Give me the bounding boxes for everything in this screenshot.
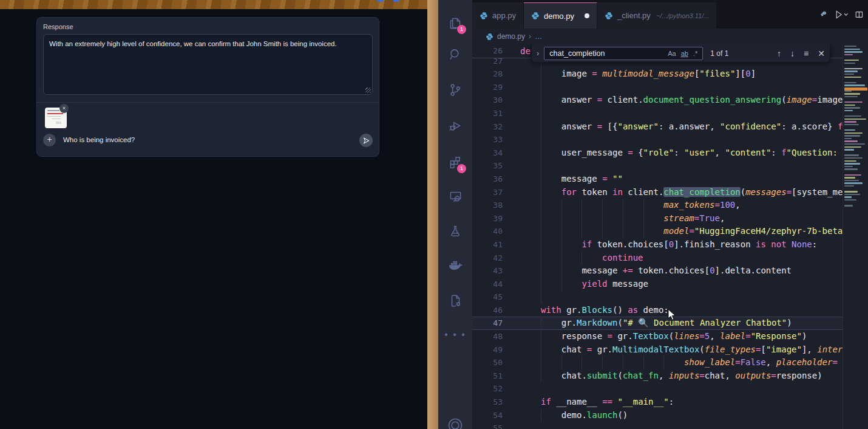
- minimap-line: [844, 63, 855, 64]
- run-python-file-button[interactable]: [835, 9, 849, 20]
- minimap-line: [844, 205, 853, 206]
- tab-description: ~/.../python3.11/...: [656, 12, 710, 19]
- send-button[interactable]: [359, 134, 373, 147]
- code-line[interactable]: 55: [472, 422, 843, 429]
- docker-icon[interactable]: [438, 251, 472, 280]
- code-line[interactable]: 39stream=True,: [472, 212, 843, 225]
- find-in-selection-button[interactable]: ≡: [804, 49, 809, 58]
- find-results-count: 1 of 1: [710, 49, 728, 58]
- source-control-icon[interactable]: [438, 75, 472, 105]
- add-file-button[interactable]: +: [43, 134, 56, 146]
- code-line[interactable]: 35: [472, 159, 843, 173]
- code-line[interactable]: 29: [472, 81, 843, 94]
- code-line[interactable]: 34user_message = {"role": "user", "conte…: [472, 146, 843, 160]
- breadcrumb-file[interactable]: demo.py: [497, 32, 525, 41]
- find-next-button[interactable]: ↓: [790, 49, 795, 58]
- remote-explorer-icon[interactable]: [438, 182, 472, 211]
- code-line[interactable]: 42continue: [472, 252, 843, 265]
- tab-demo-py[interactable]: demo.py: [524, 2, 597, 29]
- find-query[interactable]: chat_completion: [549, 49, 665, 58]
- minimap-line: [844, 46, 856, 47]
- code-line[interactable]: 40model="HuggingFaceH4/zephyr-7b-beta: [472, 225, 843, 238]
- code-line[interactable]: 46with gr.Blocks() as demo:: [472, 304, 843, 317]
- find-input[interactable]: chat_completion Aa ab .*: [544, 47, 703, 60]
- minimap-line: [844, 163, 860, 164]
- desktop: Response With an extremely high level of…: [0, 0, 868, 429]
- python-icon: [531, 12, 540, 20]
- match-case-toggle[interactable]: Aa: [665, 49, 678, 58]
- minimap-line: [844, 77, 861, 78]
- minimap-line: [844, 146, 861, 148]
- run-debug-icon[interactable]: [438, 111, 472, 140]
- explorer-icon[interactable]: 1: [438, 9, 472, 38]
- code-line[interactable]: 49chat = gr.MultimodalTextbox(file_types…: [472, 343, 843, 357]
- minimap-line: [844, 174, 861, 176]
- code-line[interactable]: 52: [472, 382, 843, 396]
- code-line[interactable]: 36message = "": [472, 173, 843, 186]
- find-previous-button[interactable]: ↑: [777, 49, 781, 58]
- code-editor[interactable]: 2728image = multimodal_message["files"][…: [472, 44, 868, 429]
- minimap-line: [844, 91, 852, 92]
- minimap-line: [844, 154, 859, 156]
- tab-client-py[interactable]: _client.py ~/.../python3.11/...: [597, 2, 717, 29]
- code-line[interactable]: 51chat.submit(chat_fn, inputs=chat, outp…: [472, 369, 843, 383]
- code-line[interactable]: 50show_label=False, placeholder=: [472, 356, 843, 369]
- tab-app-py[interactable]: app.py: [472, 2, 524, 29]
- split-editor-button[interactable]: [855, 10, 863, 19]
- minimap[interactable]: [843, 44, 868, 429]
- code-line[interactable]: 30answer = client.document_question_answ…: [472, 94, 843, 107]
- minimap-line: [844, 191, 858, 192]
- minimap-line: [844, 68, 863, 69]
- code-line[interactable]: 48response = gr.Textbox(lines=5, label="…: [472, 330, 843, 343]
- code-line[interactable]: 37for token in client.chat_completion(me…: [472, 186, 843, 199]
- code-line[interactable]: 54demo.launch(): [472, 409, 843, 422]
- response-text: With an extremely high level of confiden…: [49, 40, 337, 47]
- minimap-line: [844, 49, 860, 50]
- breadcrumb-separator: ›: [529, 32, 531, 41]
- editor-actions: [821, 0, 868, 29]
- minimap-line: [844, 82, 856, 83]
- modified-indicator[interactable]: [585, 13, 589, 18]
- code-line[interactable]: 31: [472, 107, 843, 120]
- python-icon: [821, 10, 827, 19]
- whole-word-toggle[interactable]: ab: [679, 49, 691, 58]
- code-line[interactable]: 38max_tokens=100,: [472, 199, 843, 212]
- response-textarea[interactable]: With an extremely high level of confiden…: [43, 34, 373, 95]
- remove-attachment-button[interactable]: ×: [59, 104, 69, 113]
- chat-input-text[interactable]: Who is being invoiced?: [63, 136, 135, 143]
- file-settings-icon[interactable]: [438, 286, 472, 315]
- extensions-icon[interactable]: 1: [438, 148, 472, 177]
- regex-toggle[interactable]: .*: [691, 49, 700, 58]
- chat-input-row: + Who is being invoiced?: [37, 131, 379, 157]
- python-icon: [486, 33, 493, 41]
- code-line[interactable]: 45: [472, 290, 843, 304]
- code-line[interactable]: 28image = multimodal_message["files"][0]: [472, 67, 843, 81]
- minimap-line: [844, 54, 853, 55]
- minimap-line: [844, 129, 855, 131]
- code-line[interactable]: 33: [472, 133, 843, 146]
- resize-handle[interactable]: [365, 88, 371, 93]
- tab-bar: app.py demo.py _client.py ~: [472, 0, 868, 29]
- find-close-button[interactable]: ✕: [818, 49, 825, 58]
- minimap-line: [844, 132, 863, 134]
- wallpaper-strip: [0, 0, 427, 9]
- code-line[interactable]: 53if __name__ == "__main__":: [472, 396, 843, 409]
- code-line[interactable]: 41if token.choices[0].finish_reason is n…: [472, 238, 843, 252]
- more-actions-icon[interactable]: • • •: [438, 320, 472, 349]
- minimap-line: [844, 140, 858, 142]
- minimap-line: [844, 70, 858, 72]
- find-expand-chevron[interactable]: ›: [537, 49, 539, 58]
- code-line[interactable]: 47gr.Markdown("# 🔍 Document Analyzer Cha…: [472, 317, 843, 330]
- account-icon[interactable]: [438, 411, 472, 429]
- testing-icon[interactable]: [438, 216, 472, 245]
- code-line[interactable]: 32answer = [{"answer": a.answer, "confid…: [472, 120, 843, 134]
- minimap-line: [844, 177, 855, 178]
- code-line[interactable]: 43message += token.choices[0].delta.cont…: [472, 264, 843, 278]
- activity-bar: 1 1: [438, 0, 472, 429]
- code-line[interactable]: 44yield message: [472, 278, 843, 291]
- breadcrumb-symbol[interactable]: …: [535, 32, 542, 41]
- search-icon[interactable]: [438, 40, 472, 69]
- tab-label: demo.py: [544, 12, 574, 21]
- breadcrumb[interactable]: demo.py › …: [472, 29, 868, 44]
- python-icon: [480, 12, 488, 20]
